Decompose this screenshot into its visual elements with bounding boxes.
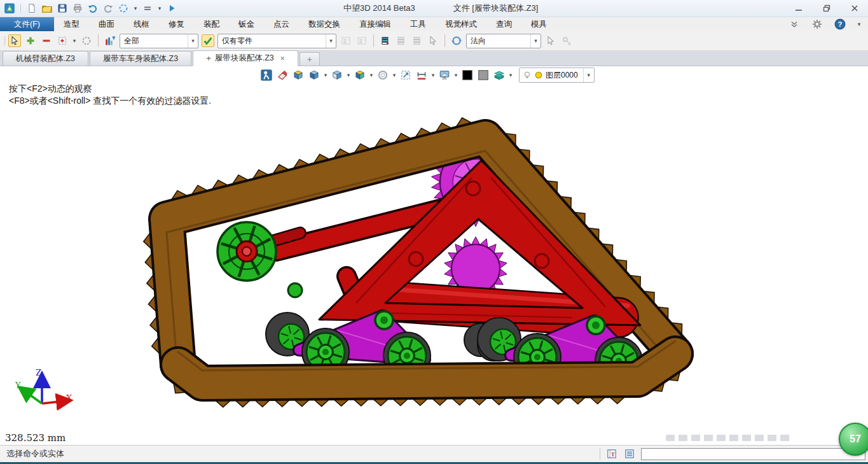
filter-icon[interactable] — [104, 34, 116, 47]
menu-tab-5[interactable]: 装配 — [194, 17, 229, 31]
lasso-select-icon[interactable] — [80, 34, 93, 47]
layer-caret-icon[interactable]: ▾ — [583, 68, 594, 82]
pick-filter-value: 全部 — [120, 36, 188, 46]
pick-confirm-icon[interactable] — [202, 34, 214, 47]
zoom-extents-icon[interactable] — [415, 68, 429, 82]
customize-menu-icon[interactable] — [142, 3, 153, 14]
view-top-icon[interactable] — [291, 68, 305, 82]
orientation-caret-icon[interactable]: ▾ — [530, 34, 541, 48]
document-tab-1[interactable]: 履带车车身装配体.Z3 — [90, 51, 191, 66]
redo-icon[interactable] — [102, 3, 114, 14]
status-right: T — [600, 447, 865, 460]
toolbar-grip[interactable]: ⋮⋮ — [1, 38, 5, 43]
dynamic-view-icon[interactable] — [118, 3, 129, 14]
menu-tab-10[interactable]: 工具 — [401, 17, 436, 31]
z-axis-label: Z — [36, 368, 41, 377]
menu-tab-1[interactable]: 造型 — [54, 17, 89, 31]
remove-select-icon[interactable] — [40, 34, 53, 47]
help-caret-icon[interactable]: ▾ — [857, 21, 862, 27]
help-icon[interactable]: ? — [834, 18, 846, 31]
menu-tab-2[interactable]: 曲面 — [89, 17, 124, 31]
tab-close-icon[interactable]: × — [280, 54, 285, 63]
zoom-lens-icon[interactable] — [376, 68, 390, 82]
view-isometric-caret-icon[interactable]: ▾ — [323, 72, 328, 78]
select-cursor-icon[interactable] — [8, 34, 21, 47]
options-icon[interactable]: T — [605, 447, 618, 460]
new-file-icon[interactable] — [26, 3, 38, 14]
menu-tab-9[interactable]: 直接编辑 — [350, 17, 401, 31]
menu-tab-13[interactable]: 模具 — [521, 17, 556, 31]
print-icon[interactable] — [72, 3, 83, 14]
stack-colored-icon[interactable] — [379, 34, 392, 47]
menu-tab-6[interactable]: 钣金 — [229, 17, 264, 31]
reorient-icon[interactable] — [450, 34, 463, 47]
save-icon[interactable] — [57, 3, 68, 14]
menu-tab-12[interactable]: 查询 — [486, 17, 521, 31]
layer-name: 图层0000 — [546, 70, 578, 81]
cursor-gray-icon[interactable] — [427, 34, 439, 47]
status-input[interactable] — [641, 448, 865, 460]
stack-gray2-icon[interactable] — [411, 34, 424, 47]
collapse-ribbon-icon[interactable] — [788, 18, 801, 31]
view-isometric-icon[interactable] — [307, 68, 321, 82]
zoom-lens-caret-icon[interactable]: ▾ — [392, 72, 397, 78]
box-select-caret-icon[interactable]: ▾ — [72, 38, 77, 44]
menu-tab-8[interactable]: 数据交换 — [299, 17, 350, 31]
orientation-combo[interactable]: 法向 ▾ — [466, 34, 541, 48]
view-corner-icon[interactable] — [353, 68, 367, 82]
app-logo-icon[interactable] — [4, 3, 15, 14]
minimize-button[interactable] — [790, 3, 807, 14]
list-icon[interactable] — [623, 447, 636, 460]
view-front-caret-icon[interactable]: ▾ — [346, 72, 351, 78]
undo-icon[interactable] — [87, 3, 99, 14]
box-select-icon[interactable] — [56, 34, 69, 47]
close-button[interactable] — [846, 3, 863, 14]
list-b-icon[interactable] — [355, 34, 368, 47]
menu-tab-file[interactable]: 文件(F) — [0, 17, 54, 31]
cursor-gray2-icon[interactable] — [544, 34, 557, 47]
eraser-icon[interactable] — [275, 68, 289, 82]
menu-tab-7[interactable]: 点云 — [264, 17, 299, 31]
play-icon[interactable] — [166, 3, 177, 14]
viewport[interactable]: 按下<F2>动态的观察 <F8>或者<Shift-roll> 查找下一个有效的过… — [0, 66, 868, 445]
stack-gray-icon[interactable] — [395, 34, 408, 47]
y-axis-label: Y — [15, 381, 21, 390]
modified-indicator: + — [206, 53, 211, 63]
entity-filter-combo[interactable]: 仅有零件 ▾ — [217, 34, 336, 48]
entity-filter-caret-icon[interactable]: ▾ — [326, 34, 336, 48]
view-corner-caret-icon[interactable]: ▾ — [369, 72, 374, 78]
overlay-badge[interactable]: 57 — [839, 423, 868, 456]
list-a-icon[interactable] — [340, 34, 352, 47]
dynamic-view-caret-icon[interactable]: ▾ — [133, 5, 138, 11]
background-gray-swatch[interactable] — [476, 68, 490, 82]
svg-text:?: ? — [838, 20, 843, 28]
layer-manager-icon[interactable] — [492, 68, 506, 82]
open-folder-icon[interactable] — [41, 3, 53, 14]
menu-tab-4[interactable]: 修复 — [159, 17, 194, 31]
document-tab-label: 履带车车身装配体.Z3 — [103, 53, 178, 64]
window-controls — [790, 3, 868, 14]
gear-cursor-icon[interactable] — [560, 34, 573, 47]
assembly-model-track-vehicle[interactable] — [0, 66, 868, 445]
display-mode-icon[interactable] — [437, 68, 451, 82]
zoom-extents-caret-icon[interactable]: ▾ — [431, 72, 436, 78]
menu-tab-11[interactable]: 视觉样式 — [436, 17, 486, 31]
x-axis-arrow — [42, 401, 65, 404]
pick-filter-combo[interactable]: 全部 ▾ — [120, 34, 198, 48]
customize-menu-caret-icon[interactable]: ▾ — [157, 5, 162, 11]
settings-gear-icon[interactable] — [811, 18, 823, 31]
view-front-icon[interactable] — [330, 68, 344, 82]
pick-filter-caret-icon[interactable]: ▾ — [188, 34, 198, 48]
walkthrough-icon[interactable] — [259, 68, 273, 82]
layer-combo[interactable]: 图层0000 ▾ — [519, 67, 595, 83]
document-tab-2[interactable]: +履带块装配体.Z3× — [193, 50, 298, 66]
background-black-swatch[interactable] — [460, 68, 474, 82]
display-mode-caret-icon[interactable]: ▾ — [453, 72, 458, 78]
zoom-window-icon[interactable] — [399, 68, 413, 82]
restore-button[interactable] — [818, 3, 835, 14]
add-select-icon[interactable] — [24, 34, 37, 47]
new-tab-button[interactable]: + — [300, 52, 320, 66]
layer-manager-caret-icon[interactable]: ▾ — [508, 72, 513, 78]
document-tab-0[interactable]: 机械臂装配体.Z3 — [3, 51, 88, 66]
menu-tab-3[interactable]: 线框 — [124, 17, 159, 31]
